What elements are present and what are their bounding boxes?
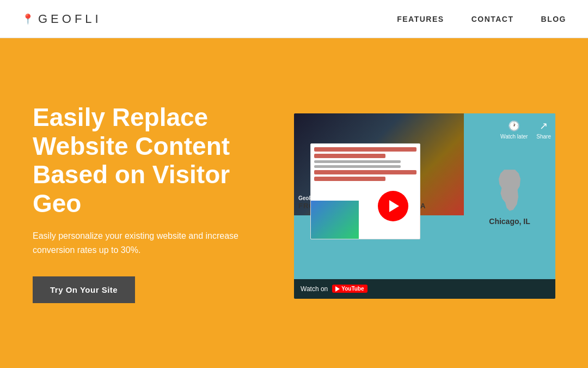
video-container[interactable]: GeoFli Walkthrough FROM CHICAGO TO CALIF… — [294, 113, 555, 299]
watch-later-button[interactable]: 🕐 Watch later — [500, 120, 528, 140]
hero-content: Easily Replace Website Content Based on … — [33, 103, 294, 304]
chicago-label: Chicago, IL — [489, 217, 530, 226]
youtube-play-icon — [335, 286, 340, 292]
mockup-line-6 — [314, 177, 385, 181]
watch-later-icon: 🕐 — [508, 120, 520, 132]
main-nav: FEATURES CONTACT BLOG — [397, 15, 566, 23]
site-header: 📍 GEOFLI FEATURES CONTACT BLOG — [0, 0, 588, 38]
watch-later-label: Watch later — [500, 134, 528, 140]
youtube-logo: YouTube — [332, 285, 367, 293]
hero-subtext: Easily personalize your existing website… — [33, 229, 240, 257]
play-icon — [378, 191, 408, 221]
nav-features[interactable]: FEATURES — [397, 15, 444, 23]
share-label: Share — [536, 134, 551, 140]
video-thumbnail[interactable]: GeoFli Walkthrough FROM CHICAGO TO CALIF… — [294, 113, 555, 299]
website-mockup — [310, 143, 420, 240]
nav-blog[interactable]: BLOG — [541, 15, 566, 23]
youtube-bar[interactable]: Watch on YouTube — [294, 279, 555, 299]
hero-section: Easily Replace Website Content Based on … — [0, 38, 588, 368]
watch-on-text: Watch on — [301, 285, 328, 293]
mockup-line-3 — [314, 160, 401, 163]
play-triangle — [389, 200, 399, 212]
play-button[interactable] — [377, 190, 409, 222]
share-button[interactable]: ↗ Share — [536, 120, 551, 140]
nav-contact[interactable]: CONTACT — [471, 15, 514, 23]
illinois-map-icon — [491, 168, 529, 212]
mockup-line-5 — [314, 170, 416, 174]
pin-icon: 📍 — [22, 13, 34, 25]
try-on-site-button[interactable]: Try On Your Site — [33, 276, 135, 303]
video-actions: 🕐 Watch later ↗ Share — [500, 120, 551, 140]
hero-headline: Easily Replace Website Content Based on … — [33, 103, 272, 219]
youtube-label: YouTube — [341, 286, 364, 292]
share-icon: ↗ — [540, 120, 548, 132]
logo[interactable]: 📍 GEOFLI — [22, 12, 102, 26]
mockup-line-1 — [314, 147, 416, 152]
mockup-line-4 — [314, 165, 401, 168]
mockup-line-2 — [314, 154, 385, 158]
logo-text: GEOFLI — [38, 12, 102, 26]
mockup-photo — [311, 201, 359, 239]
